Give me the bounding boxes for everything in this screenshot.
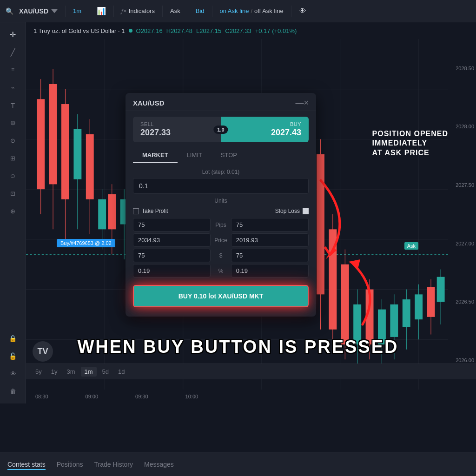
dollar-label: $ [214, 249, 227, 262]
buy-button[interactable]: BUY 2027.43 [221, 117, 309, 142]
sl-price-value[interactable]: 2019.93 [231, 233, 309, 247]
sell-buy-row: SELL 2027.33 1.0 BUY 2027.43 [133, 117, 309, 142]
trash-tool[interactable]: 🗑 [5, 383, 21, 400]
buy-action-button[interactable]: BUY 0.10 lot XAU/USD MKT [133, 285, 309, 307]
tab-stop[interactable]: STOP [212, 148, 246, 163]
sl-checkbox[interactable] [303, 208, 309, 214]
pips-label: Pips [214, 218, 227, 231]
low-price: L2027.15 [196, 27, 221, 34]
separator: / [251, 7, 252, 14]
ask-button[interactable]: Ask [166, 6, 184, 16]
indicators-button[interactable]: 𝑓× Indicators [118, 6, 159, 17]
ask-line-on[interactable]: on Ask line [220, 7, 249, 14]
take-profit-toggle[interactable]: Take Profit [133, 208, 189, 214]
tf-1m[interactable]: 1m [81, 367, 97, 377]
tf-1y[interactable]: 1y [47, 367, 61, 377]
text-tool[interactable]: T [5, 97, 21, 113]
annotation-line3: AT ASK PRICE [372, 148, 448, 158]
time-label-1: 08:30 [35, 394, 48, 399]
tp-sl-values-grid: 75 Pips 75 2034.93 Price 2019.93 75 $ 75… [126, 216, 316, 278]
svg-rect-21 [86, 134, 94, 199]
timeframe-bar: 5y 1y 3m 1m 5d 1d [26, 364, 476, 379]
lot-input[interactable] [133, 178, 309, 194]
buy-price: 2027.43 [228, 128, 301, 138]
take-profit-label: Take Profit [142, 208, 168, 214]
ask-line-control[interactable]: on Ask line / off Ask line [216, 6, 287, 16]
buy-label: BUY [228, 121, 301, 127]
divider-4 [162, 6, 163, 17]
arrow-tool[interactable]: ⊡ [5, 185, 21, 202]
visibility-tool[interactable]: 👁 [5, 365, 21, 382]
price-change: +0.17 (+0.01%) [255, 27, 297, 34]
chart-type-button[interactable]: 📊 [93, 5, 110, 17]
svg-rect-13 [37, 99, 45, 189]
close-button[interactable]: —× [295, 99, 309, 107]
tp-dollar-value[interactable]: 75 [133, 249, 211, 262]
tf-5d[interactable]: 5d [99, 367, 112, 377]
svg-rect-31 [317, 154, 324, 295]
order-dialog: XAU/USD —× SELL 2027.33 1.0 BUY 2027.43 … [126, 93, 316, 317]
tab-trade-history[interactable]: Trade History [94, 459, 133, 470]
svg-rect-51 [437, 277, 445, 302]
sell-button[interactable]: SELL 2027.33 [133, 117, 221, 142]
close-price: C2027.33 [225, 27, 251, 34]
tab-limit[interactable]: LIMIT [178, 148, 212, 163]
tp-percent-value[interactable]: 0.19 [133, 264, 211, 278]
stop-loss-toggle[interactable]: Stop Loss [253, 208, 309, 214]
bid-button[interactable]: Bid [192, 6, 208, 16]
tab-contest-stats[interactable]: Contest stats [7, 459, 46, 470]
tab-market[interactable]: MARKET [133, 148, 178, 163]
tf-5y[interactable]: 5y [32, 367, 46, 377]
svg-rect-17 [61, 104, 69, 199]
stop-loss-label: Stop Loss [275, 208, 300, 214]
timeframe-button[interactable]: 1m [69, 6, 85, 16]
line-tool[interactable]: ╱ [5, 44, 21, 60]
position-label: Buy/#4769653 @ 2.02 [57, 239, 115, 247]
chevron-down-icon [51, 8, 58, 14]
fib-tool[interactable]: ⊕ [5, 114, 21, 131]
order-type-tabs: MARKET LIMIT STOP [126, 142, 316, 163]
open-price: O2027.16 [136, 27, 163, 34]
live-dot [129, 29, 132, 33]
units-label: Units [126, 198, 316, 204]
svg-rect-45 [403, 299, 410, 327]
indicators-tool[interactable]: ≡ [5, 61, 21, 78]
position-price: @ 2.02 [95, 240, 112, 246]
tp-checkbox[interactable] [133, 208, 139, 214]
zoom-tool[interactable]: ⊕ [5, 203, 21, 219]
sell-price: 2027.33 [140, 128, 213, 138]
crosshair-tool[interactable]: ✛ [5, 26, 21, 43]
tf-3m[interactable]: 3m [63, 367, 79, 377]
dialog-title: XAU/USD [133, 99, 165, 107]
annotation-line2: IMMEDIATELY [372, 139, 448, 148]
ask-line-off[interactable]: off Ask line [254, 7, 284, 14]
tf-1d[interactable]: 1d [114, 367, 128, 377]
tp-pips-value[interactable]: 75 [133, 218, 211, 231]
tp-price-value[interactable]: 2034.93 [133, 233, 211, 247]
sl-pips-value[interactable]: 75 [231, 218, 309, 231]
trend-tool[interactable]: ⌁ [5, 79, 21, 96]
tab-messages[interactable]: Messages [144, 459, 174, 470]
symbol-selector[interactable]: XAU/USD [15, 6, 61, 17]
sell-label: SELL [140, 121, 213, 127]
pattern-tool[interactable]: ⊙ [5, 132, 21, 149]
tab-positions[interactable]: Positions [57, 459, 83, 470]
spread-badge: 1.0 [213, 126, 228, 134]
measure-tool[interactable]: ⊞ [5, 150, 21, 166]
divider-7 [291, 6, 291, 17]
divider-6 [212, 6, 212, 17]
lot-section: Lot (step: 0.01) [126, 163, 316, 194]
annotation-line1: POSITION OPENED [372, 129, 448, 139]
ohlc-data: O2027.16 H2027.48 L2027.15 C2027.33 +0.1… [136, 27, 297, 34]
svg-rect-25 [108, 194, 116, 229]
eye-button[interactable]: 👁 [295, 5, 310, 17]
svg-rect-19 [73, 129, 81, 179]
price-4: 2027.00 [456, 241, 474, 246]
chart-info-bar: 1 Troy oz. of Gold vs US Dollar · 1 O202… [28, 22, 476, 39]
lot-input-wrap [133, 178, 309, 194]
time-axis: 08:30 09:00 09:30 10:00 [26, 390, 448, 403]
emoji-tool[interactable]: ☺ [5, 167, 21, 184]
sl-dollar-value[interactable]: 75 [231, 249, 309, 262]
svg-rect-33 [329, 229, 337, 329]
sl-percent-value[interactable]: 0.19 [231, 264, 309, 278]
